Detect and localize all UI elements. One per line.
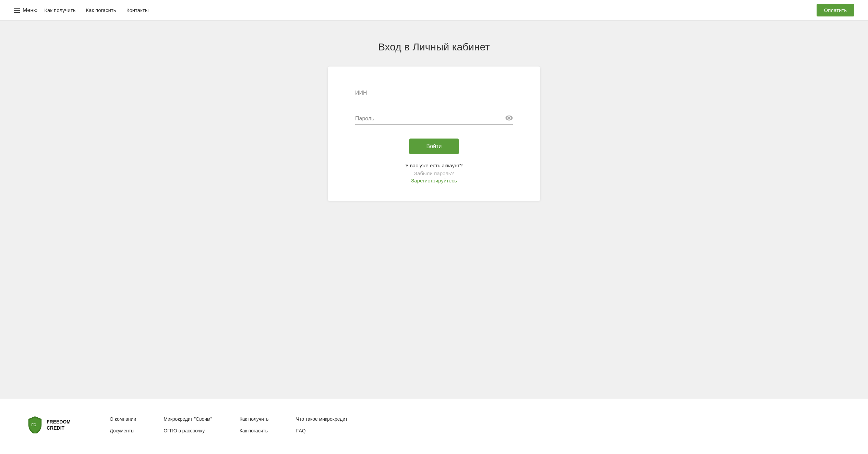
- footer-columns: О компании Документы Микрокредит "Своим"…: [110, 416, 841, 433]
- nav-link-how-to-pay-off[interactable]: Как погасить: [86, 7, 116, 13]
- footer-logo: FC FREEDOM CREDIT: [27, 416, 89, 433]
- footer-link-faq[interactable]: FAQ: [296, 428, 348, 433]
- footer-link-about[interactable]: О компании: [110, 416, 136, 422]
- register-link[interactable]: Зарегистрируйтесь: [411, 178, 457, 183]
- footer-logo-text: FREEDOM CREDIT: [47, 419, 71, 431]
- nav-link-how-to-get[interactable]: Как получить: [44, 7, 75, 13]
- footer-col-1: О компании Документы: [110, 416, 136, 433]
- svg-text:FC: FC: [31, 423, 36, 427]
- has-account-text: У вас уже есть аккаунт?: [355, 163, 513, 168]
- nav-link-contacts[interactable]: Контакты: [126, 7, 149, 13]
- pay-button[interactable]: Оплатить: [817, 4, 855, 16]
- footer-link-how-get[interactable]: Как получить: [240, 416, 269, 422]
- menu-toggle[interactable]: Меню: [14, 7, 37, 13]
- main-content: Вход в Личный кабинет Войти У вас уже ес…: [0, 21, 868, 399]
- password-field: [355, 113, 513, 125]
- login-button[interactable]: Войти: [409, 139, 459, 154]
- page-title: Вход в Личный кабинет: [378, 41, 490, 53]
- footer-col-3: Как получить Как погасить: [240, 416, 269, 433]
- footer-inner: FC FREEDOM CREDIT О компании Документы М…: [27, 416, 841, 433]
- nav-links: Как получить Как погасить Контакты: [44, 7, 816, 13]
- freedom-credit-logo-icon: FC: [27, 416, 43, 433]
- iin-field: [355, 87, 513, 99]
- login-footer: У вас уже есть аккаунт? Забыли пароль? З…: [355, 163, 513, 184]
- forgot-password-link[interactable]: Забыли пароль?: [355, 170, 513, 176]
- login-card: Войти У вас уже есть аккаунт? Забыли пар…: [328, 67, 540, 201]
- footer-link-microcredit-own[interactable]: Микрокредит "Своим": [164, 416, 212, 422]
- password-input[interactable]: [355, 113, 513, 125]
- iin-input[interactable]: [355, 87, 513, 99]
- hamburger-icon: [14, 8, 20, 13]
- footer-link-what-microcredit[interactable]: Что такое микрокредит: [296, 416, 348, 422]
- footer-col-2: Микрокредит "Своим" ОГПО в рассрочку: [164, 416, 212, 433]
- footer-col-4: Что такое микрокредит FAQ: [296, 416, 348, 433]
- footer-link-ogpo[interactable]: ОГПО в рассрочку: [164, 428, 212, 433]
- navbar: Меню Как получить Как погасить Контакты …: [0, 0, 868, 21]
- footer: FC FREEDOM CREDIT О компании Документы М…: [0, 399, 868, 454]
- toggle-password-icon[interactable]: [505, 115, 513, 122]
- footer-link-docs[interactable]: Документы: [110, 428, 136, 433]
- menu-label: Меню: [23, 7, 37, 13]
- footer-link-how-repay[interactable]: Как погасить: [240, 428, 269, 433]
